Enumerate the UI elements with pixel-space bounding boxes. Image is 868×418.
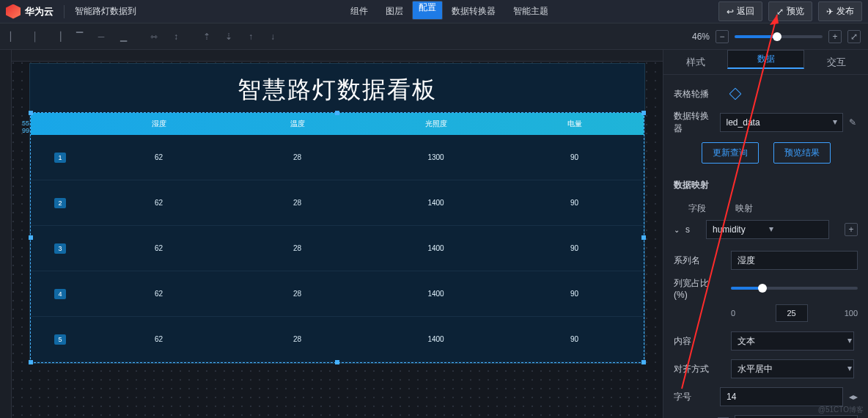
top-tab-智能主题[interactable]: 智能主题 [504,1,557,22]
align-top-icon[interactable]: ▔ [73,31,85,43]
add-button[interactable]: + [845,223,858,236]
series-select[interactable] [706,220,779,239]
table-col-header: 光照度 [367,119,505,129]
board-title: 智慧路灯数据看板 [30,64,644,112]
table-cell: 90 [505,244,644,252]
top-tab-配置[interactable]: 配置 [412,1,443,20]
mapping-label: 数据映射 [674,179,709,191]
top-bar: 华为云 智能路灯数据到 组件图层配置数据转换器智能主题 ↩ 返回 ⤢ 预览 ✈ … [0,0,868,23]
row-index-badge: 1 [54,153,66,163]
top-tab-数据转换器[interactable]: 数据转换器 [443,1,504,22]
table-cell: 90 [505,335,644,343]
side-panel: 样式数据交互 表格轮播 数据转换器 ✎ 更新查询 预览结果 数据映射 字段 映射 [663,50,868,418]
side-body: 表格轮播 数据转换器 ✎ 更新查询 预览结果 数据映射 字段 映射 ⌄ [663,75,868,418]
main: 55 99 智慧路灯数据看板 湿度温度光照度电量 162281300902622… [0,50,868,418]
align-select[interactable] [731,359,858,378]
converter-value[interactable] [720,113,843,132]
side-tab-交互[interactable]: 交互 [804,50,868,74]
content-value[interactable] [731,331,854,351]
ruler-vertical [0,50,12,418]
bring-forward-icon[interactable]: ⇡ [201,31,213,43]
top-tab-图层[interactable]: 图层 [377,1,412,22]
preview-button[interactable]: ⤢ 预览 [768,1,812,21]
watermark: @51CTO博客 [818,405,864,415]
align-right-icon[interactable]: ▕ [51,31,63,43]
table-cell: 90 [505,153,644,161]
ruler-horizontal [0,50,663,62]
align-group: ▏ │ ▕ ▔ ─ ▁ [7,31,129,43]
table-col-header: 湿度 [89,119,228,129]
refresh-button[interactable]: 更新查询 [702,142,759,164]
table-cell: 1400 [367,335,505,343]
table-cell: 62 [89,244,228,252]
table-row: 36228140090 [31,226,644,271]
zoom-slider[interactable] [735,35,823,38]
converter-select[interactable] [720,113,843,132]
zoom-in-button[interactable]: + [828,30,842,43]
coord-x: 55 [22,120,29,127]
zoom-control: 46% − + ⤢ [692,30,861,43]
layer-group: ⇡ ⇣ ↑ ↓ [201,31,279,43]
canvas[interactable]: 55 99 智慧路灯数据看板 湿度温度光照度电量 162281300902622… [0,50,663,418]
fontsize-label: 字号 [674,391,714,403]
send-backward-icon[interactable]: ⇣ [223,31,235,43]
table-row: 56228140090 [31,317,644,362]
table-row: 46228140090 [31,271,644,317]
edit-icon[interactable]: ✎ [849,117,858,128]
map-header: 映射 [735,202,753,215]
send-back-icon[interactable]: ↓ [267,31,279,43]
side-tab-数据[interactable]: 数据 [727,50,804,69]
publish-button[interactable]: ✈ 发布 [818,1,862,21]
dashboard-board[interactable]: 智慧路灯数据看板 湿度温度光照度电量 162281300902622814009… [29,63,645,364]
dist-v-icon[interactable]: ↕ [170,31,182,43]
colwidth-max: 100 [837,309,858,318]
align-toolbar: ▏ │ ▕ ▔ ─ ▁ ⇿ ↕ ⇡ ⇣ ↑ ↓ 46% − + ⤢ [0,23,868,50]
side-tab-样式[interactable]: 样式 [663,50,727,74]
back-icon: ↩ [727,7,734,17]
align-value[interactable] [731,359,854,378]
colwidth-value[interactable] [776,304,808,322]
align-middle-icon[interactable]: ─ [95,31,107,43]
project-name: 智能路灯数据到 [75,5,136,18]
align-bottom-icon[interactable]: ▁ [117,31,129,43]
table-cell: 62 [89,199,228,207]
series-value[interactable] [706,220,829,239]
top-tab-组件[interactable]: 组件 [342,1,377,22]
table-cell: 62 [89,335,228,343]
table-col-header: 温度 [228,119,367,129]
seriesname-label: 系列名 [674,254,725,267]
zoom-fit-button[interactable]: ⤢ [847,30,861,43]
preview-result-button[interactable]: 预览结果 [773,142,831,164]
back-button[interactable]: ↩ 返回 [718,1,762,21]
bring-front-icon[interactable]: ↑ [245,31,257,43]
content-label: 内容 [674,335,725,348]
row-index-badge: 5 [54,334,66,345]
align-left-icon[interactable]: ▏ [7,31,19,43]
table-cell: 28 [228,244,367,252]
stepper-icon[interactable]: ◂▸ [849,392,858,402]
table-widget[interactable]: 湿度温度光照度电量 162281300902622814009036228140… [30,112,644,363]
dist-h-icon[interactable]: ⇿ [148,31,160,43]
table-cell: 28 [228,335,367,343]
series-key: s [685,224,700,235]
content-select[interactable] [731,331,858,351]
fontsize-input[interactable] [720,387,843,406]
side-tabs: 样式数据交互 [663,50,868,75]
table-cell: 1400 [367,199,505,207]
colwidth-slider[interactable] [731,287,858,290]
row-index-badge: 4 [54,289,66,299]
brand-logo[interactable]: 华为云 [6,4,54,19]
publish-icon: ✈ [826,7,834,17]
color-input[interactable] [735,415,858,418]
seriesname-input[interactable] [731,251,858,270]
table-row: 26228140090 [31,180,644,226]
table-body: 1622813009026228140090362281400904622814… [31,135,644,362]
chevron-down-icon[interactable]: ⌄ [674,226,680,234]
table-header: 湿度温度光照度电量 [31,113,644,135]
table-cell: 28 [228,153,367,161]
align-center-icon[interactable]: │ [29,31,41,43]
link-icon[interactable] [729,88,742,100]
table-cell: 62 [89,153,228,161]
zoom-out-button[interactable]: − [716,30,729,43]
back-label: 返回 [737,5,754,18]
